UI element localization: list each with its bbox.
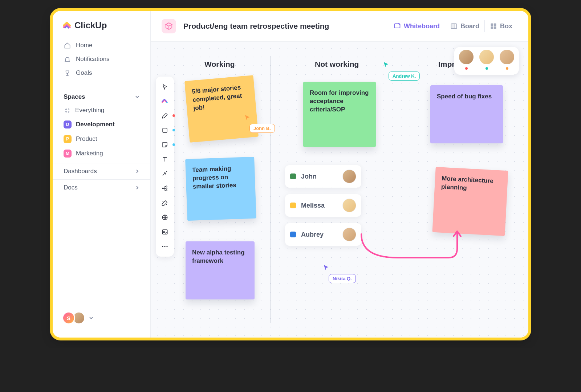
tool-pen[interactable] <box>158 109 171 122</box>
tab-box[interactable]: Box <box>484 20 517 32</box>
space-label: Marketing <box>76 150 103 157</box>
tool-magic[interactable] <box>158 196 171 209</box>
whiteboard-toolbar: + <box>156 77 174 257</box>
chevron-down-icon <box>135 95 139 99</box>
tool-connector[interactable] <box>158 167 171 180</box>
everything-icon <box>64 109 71 113</box>
tool-clickup-item[interactable]: + <box>158 95 171 108</box>
presence-user[interactable] <box>478 49 495 70</box>
person-card[interactable]: John <box>285 165 361 188</box>
sticky-note[interactable]: More architecture planning <box>432 167 508 236</box>
column-title-notworking: Not working <box>315 60 359 69</box>
tool-select[interactable] <box>158 80 171 93</box>
app-window: ClickUp Home Notifications Goals Spaces <box>53 11 528 338</box>
connector-arrow[interactable] <box>354 227 467 274</box>
main-nav: Home Notifications Goals <box>53 38 150 85</box>
tool-more[interactable] <box>158 240 171 253</box>
person-card[interactable]: Aubrey <box>285 223 361 246</box>
presence-dot <box>506 67 508 70</box>
person-name: Aubrey <box>301 231 324 238</box>
logo[interactable]: ClickUp <box>53 20 150 38</box>
sticky-note[interactable]: Team making progress on smaller stories <box>185 157 256 221</box>
nav-dashboards[interactable]: Dashboards <box>53 163 150 179</box>
tool-sticky[interactable] <box>158 138 171 151</box>
cursor-label: Nikita Q. <box>329 274 356 283</box>
logo-text: ClickUp <box>74 20 107 30</box>
svg-rect-4 <box>491 26 493 29</box>
tool-shape[interactable] <box>158 124 171 137</box>
sticky-note[interactable]: 5/6 major stories completed, great job! <box>184 75 259 143</box>
cursor-label: John B. <box>249 124 275 133</box>
color-dot <box>172 143 175 146</box>
chevron-down-icon <box>89 316 93 320</box>
nav-label: Goals <box>76 69 92 77</box>
box-icon <box>490 23 497 30</box>
column-divider <box>271 56 271 323</box>
nav-goals[interactable]: Goals <box>58 66 145 80</box>
whiteboard-canvas[interactable]: + Working Not working Improve <box>151 42 528 338</box>
status-square <box>290 173 296 179</box>
svg-point-8 <box>162 188 163 189</box>
status-square <box>290 232 296 237</box>
tab-label: Box <box>500 23 512 30</box>
tab-label: Board <box>460 23 479 30</box>
cube-icon <box>165 22 173 30</box>
logo-icon <box>62 21 72 30</box>
sidebar: ClickUp Home Notifications Goals Spaces <box>53 11 151 338</box>
nav-docs[interactable]: Docs <box>53 179 150 196</box>
tool-web[interactable] <box>158 211 171 224</box>
status-square <box>290 203 296 208</box>
svg-point-15 <box>162 246 163 247</box>
svg-rect-5 <box>494 26 496 29</box>
presence-user[interactable] <box>499 49 515 70</box>
tab-whiteboard[interactable]: Whiteboard <box>389 20 445 32</box>
nav-home[interactable]: Home <box>58 38 145 52</box>
presence-user[interactable] <box>458 49 475 70</box>
tool-image[interactable] <box>158 225 171 238</box>
color-dot <box>172 129 175 131</box>
whiteboard-icon <box>394 23 401 30</box>
presence-dot <box>485 67 488 70</box>
spaces-everything[interactable]: Everything <box>58 103 145 117</box>
presence-panel[interactable] <box>454 47 519 75</box>
person-name: Melissa <box>301 202 325 209</box>
sticky-note[interactable]: New alpha testing framework <box>186 241 255 299</box>
nav-label: Dashboards <box>64 168 97 175</box>
user-cluster[interactable]: S <box>53 304 150 332</box>
space-development[interactable]: D Development <box>58 117 145 132</box>
person-name: John <box>301 173 317 180</box>
sticky-note[interactable]: Room for improving acceptance criteria/S… <box>303 82 376 147</box>
space-badge: D <box>64 121 72 128</box>
main-content: Product/eng team retrospective meeting W… <box>151 11 528 338</box>
topbar: Product/eng team retrospective meeting W… <box>151 11 528 42</box>
page-icon[interactable] <box>162 19 176 33</box>
chevron-right-icon <box>135 185 139 190</box>
avatar <box>342 170 356 183</box>
trophy-icon <box>64 70 71 77</box>
space-marketing[interactable]: M Marketing <box>58 146 145 161</box>
tab-board[interactable]: Board <box>445 20 484 32</box>
column-title-working: Working <box>204 60 235 69</box>
space-badge: M <box>64 150 72 158</box>
svg-rect-7 <box>163 128 167 132</box>
person-card[interactable]: Melissa <box>285 194 361 217</box>
tool-text[interactable] <box>158 153 171 166</box>
cursor-icon <box>244 114 251 121</box>
space-label: Product <box>76 135 97 143</box>
space-label: Everything <box>75 107 104 114</box>
cursor-label: Andrew K. <box>389 72 420 81</box>
svg-point-9 <box>166 186 167 187</box>
board-icon <box>450 23 458 30</box>
user-avatar-initial: S <box>62 311 75 324</box>
svg-point-11 <box>166 190 167 191</box>
avatar <box>499 49 515 65</box>
spaces-header[interactable]: Spaces <box>58 90 145 103</box>
spaces-heading: Spaces <box>64 93 85 101</box>
space-label: Development <box>76 121 115 128</box>
sticky-note[interactable]: Speed of bug fixes <box>430 85 503 143</box>
column-divider <box>405 56 405 323</box>
nav-notifications[interactable]: Notifications <box>58 52 145 66</box>
space-product[interactable]: P Product <box>58 132 145 146</box>
tool-mindmap[interactable] <box>158 182 171 195</box>
color-dot <box>172 114 175 117</box>
